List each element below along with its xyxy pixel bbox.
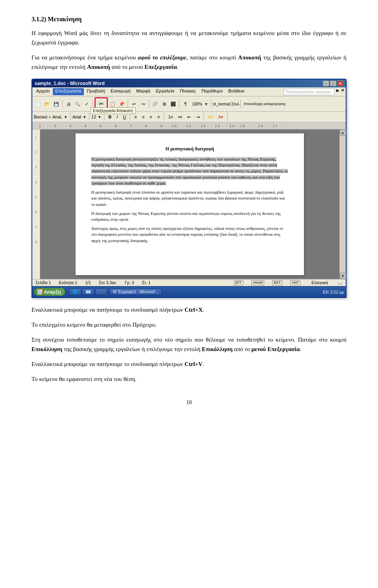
toolbar-save-btn[interactable]: 💾 <box>52 100 61 108</box>
toolbar-open-btn[interactable]: 📂 <box>43 100 52 108</box>
status-overtype-btn[interactable]: ΑΝΤ <box>290 280 300 285</box>
toolbar-copy-btn[interactable]: 📋 <box>108 100 117 108</box>
maximize-button[interactable]: □ <box>330 81 336 86</box>
toolbar-sep-4 <box>149 100 149 108</box>
scrollbar-track[interactable] <box>340 136 346 273</box>
close-button[interactable]: ✕ <box>337 81 343 86</box>
toolbar-show-para-btn[interactable]: ¶ <box>181 100 190 108</box>
font-size-dropdown[interactable]: ▾ <box>97 113 102 121</box>
taskbar-media-btn[interactable]: 🎵 <box>95 288 107 295</box>
scrollbar-down-btn[interactable]: ▼ <box>340 273 346 279</box>
word-scrollbar: ▲ ▼ <box>339 129 346 279</box>
status-record-btn[interactable]: ΕΓΓ <box>234 280 243 285</box>
page-number: 10 <box>32 399 346 406</box>
taskbar-lang: EN <box>323 290 329 294</box>
format-sep-3 <box>104 113 104 121</box>
toolbar-sep-7 <box>241 100 241 108</box>
numbering-btn[interactable]: 1≡ <box>166 114 175 120</box>
menu-edit[interactable]: Επεξεργασία <box>53 88 83 95</box>
search-go-btn[interactable]: ▶ <box>336 88 339 95</box>
status-pages: 1/1 <box>85 280 91 285</box>
toolbar-zoom-dropdown[interactable]: ▾ <box>203 100 209 108</box>
toolbar-cut-btn[interactable]: ✂ <box>96 99 106 109</box>
taskbar-word-label: Έγγραφο1 - Microsof... <box>118 290 158 294</box>
toolbar-clipboard-group: ✂ Επεξεργασία Αποκοπή 📋 📌 <box>94 97 126 111</box>
search-close-btn[interactable]: ✕ <box>341 88 344 95</box>
word-left-margin: 1 2 3 4 5 6 7 8 <box>32 129 40 279</box>
toolbar-sep-2 <box>93 100 93 108</box>
menu-table[interactable]: Πίνακας <box>178 88 198 95</box>
menu-help[interactable]: Βοήθεια <box>226 88 247 95</box>
menu-insert[interactable]: Εισαγωγή <box>108 88 133 95</box>
toolbar-sep-5 <box>179 100 180 108</box>
toolbar-table-btn[interactable]: ⊞ <box>160 100 169 108</box>
font-family-dropdown[interactable]: ▾ <box>82 113 87 121</box>
bullets-btn[interactable]: •≡ <box>176 114 184 120</box>
font-family-label: Arial <box>72 115 81 119</box>
format-sep-7 <box>227 113 228 121</box>
status-dict-icon: 📖 <box>337 280 343 285</box>
indent-decrease-btn[interactable]: ⇤ <box>185 114 193 120</box>
toolbar-style-label: st_normal Στυλ <box>213 102 239 106</box>
align-right-btn[interactable]: ≡ <box>148 114 154 120</box>
align-left-btn[interactable]: ≡ <box>132 114 139 120</box>
toolbar-redo-btn[interactable]: ↪ <box>139 100 147 108</box>
minimize-button[interactable]: ─ <box>323 81 329 86</box>
toolbar-columns-btn[interactable]: ⬛ <box>169 100 178 108</box>
italic-btn[interactable]: I <box>115 114 120 120</box>
menu-format[interactable]: Μορφή <box>134 88 153 95</box>
word-titlebar: sample_1.doc - Microsoft Word ─ □ ✕ <box>32 80 346 87</box>
bold-btn[interactable]: B <box>106 114 113 120</box>
taskbar-time: 3:22 μμ <box>330 290 344 294</box>
toolbar-spellcheck-btn[interactable]: ✓ <box>82 100 91 108</box>
toolbar-undo-group: ↩ ↪ <box>130 100 147 108</box>
word-paragraph-4: Δυστυχώς όμως, στις χώρες από τις οποίες… <box>91 226 288 244</box>
scrollbar-up-btn[interactable]: ▲ <box>340 129 346 136</box>
toolbar-undo-btn[interactable]: ↩ <box>130 100 138 108</box>
status-position: Στο 3,3εκ. <box>99 280 117 285</box>
font-style-label: Βασικό + Arial, <box>34 115 62 119</box>
toolbar-link-btn[interactable]: 🔗 <box>151 100 159 108</box>
indent-increase-btn[interactable]: ⇥ <box>194 114 202 120</box>
taskbar-start-button[interactable]: 🪟 έναρξη <box>34 288 65 296</box>
toolbar-sep-6 <box>211 100 211 108</box>
taskbar-clock: EN 3:22 μμ <box>323 290 344 294</box>
toolbar-new-btn[interactable]: 📄 <box>34 100 43 108</box>
cut-highlight: ✂ <box>94 97 108 111</box>
word-content-area: 1 2 3 4 5 6 7 8 Η μεσογειακή διατροφή Η … <box>32 129 346 279</box>
toolbar-repeat-btn[interactable]: Επανάληψη καταμέτρησης <box>243 100 287 108</box>
status-col: Στ. 1 <box>142 280 150 285</box>
status-track-btn[interactable]: ΑΝΑΘ <box>251 280 264 285</box>
font-color-btn[interactable]: A▾ <box>216 114 225 120</box>
menu-tools[interactable]: Εργαλεία <box>154 88 177 95</box>
ruler-marks: · 1 · · · 2 · · · 3 · · · 4 · · · 5 · · … <box>35 124 282 128</box>
taskbar-email-btn[interactable]: 📧 <box>82 288 94 295</box>
selected-text: Η μεσογειακή διατροφή αντικατοπτρίζει τι… <box>91 157 288 185</box>
align-justify-btn[interactable]: ≡ <box>156 114 162 120</box>
word-page-title: Η μεσογειακή διατροφή <box>91 145 288 152</box>
font-style-dropdown[interactable]: ▾ <box>63 113 68 121</box>
taskbar-ie-btn[interactable]: 🌐 <box>69 288 81 295</box>
toolbar-view-group: ¶ <box>181 100 190 108</box>
search-box[interactable]: Πληκτρολογήστε ερώτηση <box>284 88 335 95</box>
taskbar-quick-launch: 🌐 📧 🎵 <box>69 288 107 295</box>
toolbar-print-btn[interactable]: 🖨 <box>64 100 73 108</box>
taskbar-word-btn[interactable]: W Έγγραφο1 - Microsof... <box>109 288 161 295</box>
menu-window[interactable]: Παράθυρο <box>199 88 225 95</box>
paragraph-1: Για να μετακινήσουμε ένα τμήμα κειμένου … <box>32 53 346 72</box>
menu-file[interactable]: Αρχείο <box>34 88 52 95</box>
toolbar-paste-btn[interactable]: 📌 <box>117 100 126 108</box>
underline-btn[interactable]: U <box>121 114 128 120</box>
toolbar-preview-btn[interactable]: 🔍 <box>73 100 82 108</box>
toolbar-sep-3 <box>128 100 128 108</box>
after-image-line1: Εναλλακτικά μπορούμε να πατήσουμε το συν… <box>32 305 346 314</box>
status-page: Σελίδα 1 <box>35 280 51 285</box>
status-extend-btn[interactable]: ΕΚΤ <box>272 280 282 285</box>
menu-view[interactable]: Προβολή <box>85 88 107 95</box>
word-window: sample_1.doc - Microsoft Word ─ □ ✕ Αρχε… <box>32 79 346 298</box>
format-sep-5 <box>164 113 164 121</box>
font-size-label: 12 <box>91 115 96 119</box>
highlight-btn[interactable]: A▾ <box>206 114 215 120</box>
align-center-btn[interactable]: ≡ <box>140 114 146 120</box>
taskbar-word-icon: W <box>113 290 117 294</box>
